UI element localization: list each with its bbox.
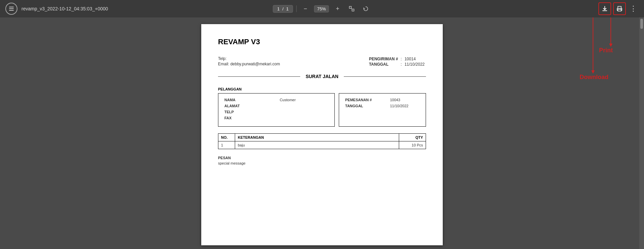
more-options-button[interactable]: ⋮ <box>628 3 639 14</box>
zoom-out-button[interactable]: − <box>300 3 311 14</box>
nama-value: Customer <box>278 97 330 103</box>
print-annotation-label: Print <box>599 47 613 54</box>
fit-page-icon <box>348 5 355 12</box>
meta-right: PENGIRIMAN # : 10014 TANGGAL : 11/10/202… <box>368 56 426 67</box>
telp-field-value <box>278 109 330 115</box>
rotate-button[interactable] <box>361 3 371 14</box>
surat-jalan-title: SURAT JALAN <box>300 74 344 79</box>
sj-line-right <box>344 76 426 77</box>
download-icon <box>601 5 608 12</box>
hamburger-icon <box>9 7 14 11</box>
items-table: NO. KETERANGAN QTY 1 baju 10 Pcs <box>218 133 426 149</box>
col-no: NO. <box>218 134 235 141</box>
customer-box-left: NAMA Customer ALAMAT TELP FAX <box>218 93 335 127</box>
svg-rect-4 <box>618 6 621 8</box>
svg-point-6 <box>621 9 621 10</box>
document-title: REVAMP V3 <box>218 38 426 46</box>
page-indicator: 1 / 1 <box>273 5 293 13</box>
email-label: Email: debby.purwati@mekari.com <box>218 62 280 66</box>
svg-marker-8 <box>609 44 612 47</box>
pemesanan-value: 10043 <box>389 97 421 103</box>
meta-left: Telp: Email: debby.purwati@mekari.com <box>218 56 280 67</box>
pemesanan-label: PEMESANAN # <box>344 97 389 103</box>
annotation-overlay: Print Download <box>572 17 639 118</box>
pesan-label: PESAN <box>218 156 426 160</box>
tanggal-label: TANGGAL <box>368 62 399 67</box>
scrollbar[interactable] <box>639 17 644 249</box>
pdf-page: REVAMP V3 Telp: Email: debby.purwati@mek… <box>201 24 443 245</box>
row-no: 1 <box>218 141 235 149</box>
plus-icon: + <box>336 5 339 12</box>
tanggal-colon: : <box>399 62 403 67</box>
col-keterangan: KETERANGAN <box>235 134 399 141</box>
tanggal2-label: TANGGAL <box>344 103 389 109</box>
toolbar-center: 1 / 1 − 75% + <box>273 3 371 14</box>
scrollbar-thumb[interactable] <box>640 19 643 29</box>
page-separator: / <box>282 6 284 11</box>
toolbar-left: revamp_v3_2022-10-12_04:35:03_+0000 <box>5 3 108 15</box>
svg-rect-5 <box>618 9 621 11</box>
pesan-section: PESAN special message <box>218 156 426 165</box>
svg-marker-10 <box>591 70 595 74</box>
menu-button[interactable] <box>5 3 17 15</box>
pengiriman-colon: : <box>399 56 403 62</box>
nama-label: NAMA <box>223 97 278 103</box>
main-content-area: REVAMP V3 Telp: Email: debby.purwati@mek… <box>0 17 644 249</box>
pesan-value: special message <box>218 161 426 165</box>
fax-value <box>278 115 330 121</box>
rotate-icon <box>363 5 369 12</box>
alamat-value <box>278 103 330 109</box>
zoom-in-button[interactable]: + <box>332 3 343 14</box>
row-qty: 10 Pcs <box>399 141 426 149</box>
divider <box>297 5 297 12</box>
toolbar: revamp_v3_2022-10-12_04:35:03_+0000 1 / … <box>0 0 644 17</box>
download-annotation-label: Download <box>580 74 608 81</box>
tanggal-value: 11/10/2022 <box>403 62 426 67</box>
row-keterangan: baju <box>235 141 399 149</box>
svg-rect-0 <box>350 6 352 8</box>
alamat-label: ALAMAT <box>223 103 278 109</box>
telp-label: Telp: <box>218 56 280 61</box>
page-total: 1 <box>286 6 288 11</box>
customer-boxes: NAMA Customer ALAMAT TELP FAX <box>218 93 426 127</box>
toolbar-right: ⋮ <box>598 2 639 15</box>
fax-label: FAX <box>223 115 278 121</box>
pengiriman-label: PENGIRIMAN # <box>368 56 399 62</box>
page-current: 1 <box>277 6 279 11</box>
tanggal2-value: 11/10/2022 <box>389 103 421 109</box>
fit-page-button[interactable] <box>346 3 357 14</box>
annotation-svg <box>572 17 639 118</box>
pengiriman-value: 10014 <box>403 56 426 62</box>
minus-icon: − <box>304 5 307 12</box>
meta-section: Telp: Email: debby.purwati@mekari.com PE… <box>218 56 426 67</box>
svg-line-2 <box>352 8 352 9</box>
download-button[interactable] <box>598 2 611 15</box>
print-icon <box>616 5 623 12</box>
filename-label: revamp_v3_2022-10-12_04:35:03_+0000 <box>21 6 108 11</box>
svg-rect-1 <box>352 9 354 11</box>
more-icon: ⋮ <box>630 4 637 13</box>
pelanggan-label: PELANGGAN <box>218 87 426 91</box>
customer-box-right: PEMESANAN # 10043 TANGGAL 11/10/2022 <box>339 93 426 127</box>
surat-jalan-header: SURAT JALAN <box>218 74 426 79</box>
telp-field-label: TELP <box>223 109 278 115</box>
col-qty: QTY <box>399 134 426 141</box>
table-row: 1 baju 10 Pcs <box>218 141 426 149</box>
print-button[interactable] <box>613 2 626 15</box>
sj-line-left <box>218 76 300 77</box>
zoom-value: 75% <box>314 5 329 12</box>
